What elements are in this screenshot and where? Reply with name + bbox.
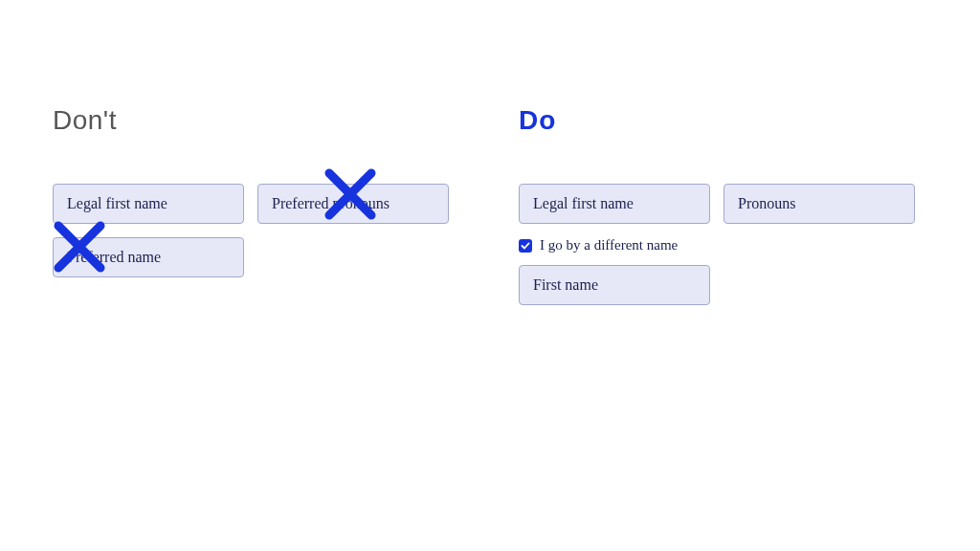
- checkbox-label: I go by a different name: [540, 237, 678, 253]
- do-column: Do Legal first name Pronouns I go by a d…: [519, 105, 927, 319]
- do-fields: Legal first name Pronouns I go by a diff…: [519, 184, 927, 305]
- check-icon: [521, 241, 530, 251]
- different-name-checkbox-row: I go by a different name: [519, 237, 927, 253]
- first-name-field[interactable]: First name: [519, 265, 710, 305]
- legal-first-name-field[interactable]: Legal first name: [519, 184, 710, 224]
- field-label: First name: [533, 276, 598, 294]
- field-label: Preferred name: [67, 249, 161, 266]
- pronouns-field[interactable]: Pronouns: [724, 184, 915, 224]
- preferred-pronouns-field[interactable]: Preferred pronouns: [257, 184, 449, 224]
- do-heading: Do: [519, 105, 927, 136]
- do-row-2: First name: [519, 265, 927, 305]
- legal-first-name-field[interactable]: Legal first name: [53, 184, 244, 224]
- field-label: Pronouns: [738, 195, 795, 212]
- dont-row-2: Preferred name: [53, 237, 461, 277]
- field-label: Legal first name: [67, 195, 167, 212]
- dont-heading: Don't: [53, 105, 461, 136]
- dont-column: Don't Legal first name Preferred pronoun…: [53, 105, 461, 319]
- field-label: Legal first name: [533, 195, 634, 212]
- preferred-name-field[interactable]: Preferred name: [53, 237, 244, 277]
- dont-fields: Legal first name Preferred pronouns Pref…: [53, 184, 461, 277]
- do-row-1: Legal first name Pronouns: [519, 184, 927, 224]
- dont-row-1: Legal first name Preferred pronouns: [53, 184, 461, 224]
- field-label: Preferred pronouns: [272, 195, 390, 212]
- different-name-checkbox[interactable]: [519, 239, 532, 253]
